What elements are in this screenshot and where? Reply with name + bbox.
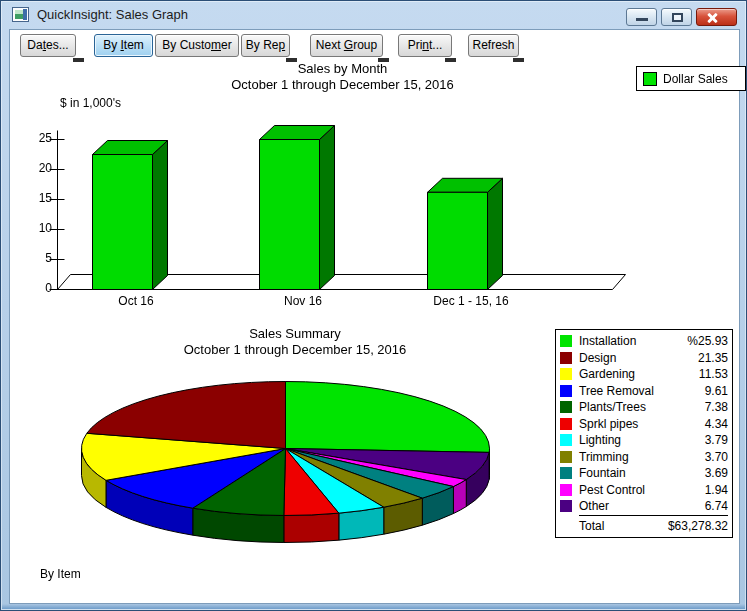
toolbar-button-print[interactable]: Print... xyxy=(398,34,452,57)
pie-legend-row: Other6.74 xyxy=(560,498,728,515)
pie-chart-subtitle: October 1 through December 15, 2016 xyxy=(85,342,505,357)
toolbar-button-refresh[interactable]: Refresh xyxy=(468,34,519,57)
footer-mode-label: By Item xyxy=(40,567,81,581)
pie-legend-row: Installation%25.93 xyxy=(560,333,728,350)
pie-legend-color-chip xyxy=(560,335,572,347)
title-bar[interactable]: QuickInsight: Sales Graph xyxy=(1,1,746,29)
pie-legend-color-chip xyxy=(560,418,572,430)
maximize-button[interactable] xyxy=(661,8,692,26)
close-button[interactable] xyxy=(696,8,737,26)
legend-label: Dollar Sales xyxy=(663,72,728,86)
pie-legend-color-chip xyxy=(560,484,572,496)
pie-legend-color-chip xyxy=(560,352,572,364)
pie-legend-row: Design21.35 xyxy=(560,350,728,367)
pie-legend-row: Tree Removal9.61 xyxy=(560,383,728,400)
app-icon xyxy=(12,7,29,22)
pie-legend-color-chip xyxy=(560,434,572,446)
pie-legend-row: Lighting3.79 xyxy=(560,432,728,449)
minimize-button[interactable] xyxy=(626,8,657,26)
window-title: QuickInsight: Sales Graph xyxy=(37,7,188,22)
pie-legend-total-row: Total$63,278.32 xyxy=(579,515,728,533)
client-area: Dates...By ItemBy CustomerBy RepNext Gro… xyxy=(9,29,740,604)
pie-legend-color-chip xyxy=(560,467,572,479)
x-tick-label: Dec 1 - 15, 16 xyxy=(433,294,508,308)
legend-color-chip xyxy=(643,72,657,86)
y-tick-label: 5 xyxy=(26,251,52,265)
pie-legend-row: Sprkl pipes4.34 xyxy=(560,416,728,433)
pie-legend-color-chip xyxy=(560,451,572,463)
pie-legend-row: Trimming3.70 xyxy=(560,449,728,466)
y-tick-label: 10 xyxy=(26,221,52,235)
toolbar-button-by-item[interactable]: By Item xyxy=(94,34,153,57)
pie-legend-row: Gardening11.53 xyxy=(560,366,728,383)
pie-legend-color-chip xyxy=(560,500,572,512)
x-tick-label: Nov 16 xyxy=(284,294,322,308)
bar-chart-subtitle: October 1 through December 15, 2016 xyxy=(65,77,620,92)
toolbar-button-by-customer[interactable]: By Customer xyxy=(155,34,239,57)
y-tick-label: 20 xyxy=(26,161,52,175)
pie-chart-title: Sales Summary xyxy=(85,326,505,341)
pie-legend-color-chip xyxy=(560,401,572,413)
pie-legend-color-chip xyxy=(560,385,572,397)
y-tick-label: 0 xyxy=(26,281,52,295)
app-window: QuickInsight: Sales Graph Dates...By Ite… xyxy=(0,0,747,611)
maximize-icon xyxy=(672,13,683,22)
toolbar-button-dates[interactable]: Dates... xyxy=(20,34,76,57)
minimize-icon xyxy=(636,18,648,21)
bar-chart-title: Sales by Month xyxy=(65,61,620,76)
toolbar-button-by-rep[interactable]: By Rep xyxy=(241,34,290,57)
y-axis-label: $ in 1,000's xyxy=(60,96,121,110)
pie-legend-row: Fountain3.69 xyxy=(560,465,728,482)
y-tick-label: 15 xyxy=(26,191,52,205)
x-tick-label: Oct 16 xyxy=(118,294,153,308)
pie-legend-color-chip xyxy=(560,368,572,380)
pie-legend-row: Plants/Trees7.38 xyxy=(560,399,728,416)
toolbar-button-next-group[interactable]: Next Group xyxy=(310,34,383,57)
bar-chart-legend: Dollar Sales xyxy=(636,66,746,91)
pie-legend-box: Installation%25.93Design21.35Gardening11… xyxy=(555,329,733,538)
pie-legend-row: Pest Control1.94 xyxy=(560,482,728,499)
y-tick-label: 25 xyxy=(26,131,52,145)
